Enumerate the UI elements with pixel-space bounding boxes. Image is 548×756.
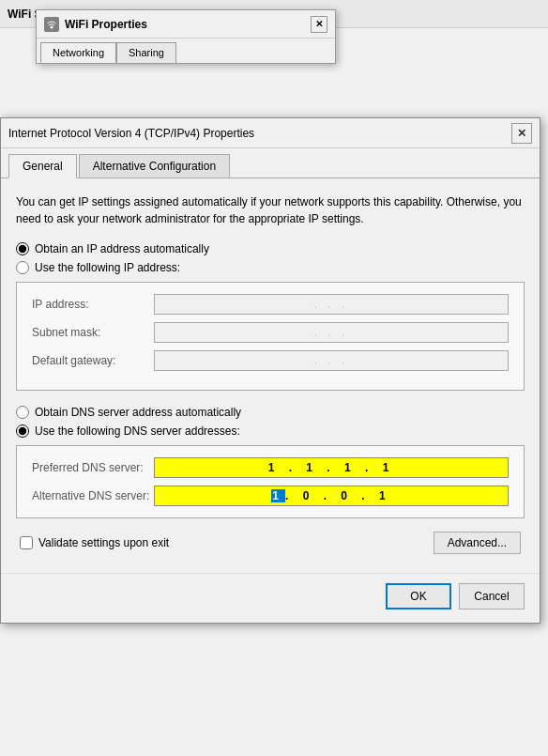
tab-networking[interactable]: Networking <box>40 42 116 63</box>
preferred-dns-label: Preferred DNS server: <box>32 461 154 474</box>
wifi-props-title: WiFi Properties <box>65 18 147 31</box>
use-following-dns-radio[interactable] <box>16 424 29 438</box>
use-following-dns-option[interactable]: Use the following DNS server addresses: <box>16 424 525 438</box>
obtain-dns-auto-option[interactable]: Obtain DNS server address automatically <box>16 406 525 419</box>
ip-address-label: IP address: <box>32 298 154 311</box>
subnet-mask-label: Subnet mask: <box>32 326 154 339</box>
preferred-dns-input[interactable]: 1 . 1 . 1 . 1 <box>154 457 509 478</box>
wifi-props-tab-bar: Networking Sharing <box>37 39 335 63</box>
main-titlebar: Internet Protocol Version 4 (TCP/IPv4) P… <box>1 118 540 148</box>
use-following-ip-option[interactable]: Use the following IP address: <box>16 261 525 274</box>
default-gateway-row: Default gateway: . . . <box>32 350 509 371</box>
preferred-dns-row: Preferred DNS server: 1 . 1 . 1 . 1 <box>32 457 509 478</box>
main-content: You can get IP settings assigned automat… <box>1 178 540 565</box>
wifi-icon <box>44 17 59 32</box>
alternative-dns-input[interactable]: 1 . 0 . 0 . 1 <box>154 486 509 506</box>
dns-fields-section: Preferred DNS server: 1 . 1 . 1 . 1 Alte… <box>16 445 525 518</box>
wifi-properties-dialog: WiFi Properties ✕ Networking Sharing <box>36 9 336 64</box>
ip-address-input[interactable]: . . . <box>154 294 509 315</box>
ip-radio-group: Obtain an IP address automatically Use t… <box>16 242 525 274</box>
ok-button[interactable]: OK <box>386 583 451 609</box>
alternative-dns-row: Alternative DNS server: 1 . 0 . 0 . 1 <box>32 486 509 506</box>
wifi-props-close-button[interactable]: ✕ <box>311 16 327 33</box>
obtain-dns-auto-radio[interactable] <box>16 406 29 419</box>
main-close-button[interactable]: ✕ <box>511 123 532 144</box>
main-title: Internet Protocol Version 4 (TCP/IPv4) P… <box>8 127 254 140</box>
dns-radio-group: Obtain DNS server address automatically … <box>16 406 525 438</box>
wifi-props-titlebar: WiFi Properties ✕ <box>37 10 335 39</box>
main-tab-bar: General Alternative Configuration <box>1 148 540 178</box>
subnet-mask-input[interactable]: . . . <box>154 322 509 343</box>
tcpipv4-dialog: Internet Protocol Version 4 (TCP/IPv4) P… <box>0 117 540 624</box>
ok-cancel-row: OK Cancel <box>1 573 540 623</box>
dns-section: Obtain DNS server address automatically … <box>16 406 525 518</box>
advanced-button[interactable]: Advanced... <box>434 532 521 554</box>
default-gateway-input[interactable]: . . . <box>154 350 509 371</box>
subnet-mask-row: Subnet mask: . . . <box>32 322 509 343</box>
validate-checkbox-label[interactable]: Validate settings upon exit <box>20 536 169 549</box>
tab-sharing[interactable]: Sharing <box>116 42 176 63</box>
bottom-row: Validate settings upon exit Advanced... <box>16 532 525 554</box>
obtain-ip-auto-option[interactable]: Obtain an IP address automatically <box>16 242 525 255</box>
validate-checkbox[interactable] <box>20 536 33 549</box>
use-following-ip-radio[interactable] <box>16 261 29 274</box>
default-gateway-label: Default gateway: <box>32 354 154 367</box>
description: You can get IP settings assigned automat… <box>16 193 525 227</box>
cancel-button[interactable]: Cancel <box>459 583 525 609</box>
obtain-ip-auto-radio[interactable] <box>16 242 29 255</box>
tab-general[interactable]: General <box>8 154 77 178</box>
ip-fields-section: IP address: . . . Subnet mask: . . . Def… <box>16 282 525 391</box>
svg-point-0 <box>51 25 53 28</box>
alternative-dns-label: Alternative DNS server: <box>32 489 154 502</box>
ip-address-row: IP address: . . . <box>32 294 509 315</box>
cursor-char: 1 <box>271 489 285 502</box>
tab-alternative-config[interactable]: Alternative Configuration <box>79 154 230 177</box>
